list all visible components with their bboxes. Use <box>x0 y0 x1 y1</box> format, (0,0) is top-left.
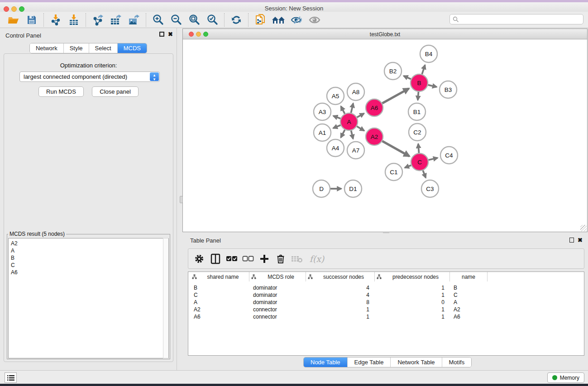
table-settings-button[interactable] <box>192 251 206 267</box>
table-cell[interactable]: A6 <box>454 313 488 320</box>
show-columns-button[interactable] <box>208 251 223 267</box>
graph-edge-C-C3[interactable] <box>423 171 425 178</box>
table-cell[interactable]: A2 <box>194 306 249 313</box>
network-window-titlebar[interactable]: testGlobe.txt <box>183 29 587 39</box>
export-image-button[interactable] <box>125 13 143 27</box>
zoom-selected-button[interactable] <box>203 13 221 27</box>
search-input[interactable] <box>459 16 572 23</box>
table-cell[interactable]: B <box>194 284 249 291</box>
result-scrollbar[interactable] <box>163 238 169 358</box>
graph-edge-A-A7[interactable] <box>351 130 353 138</box>
table-cell[interactable]: 1 <box>375 313 445 320</box>
vertical-splitter-handle[interactable] <box>180 196 183 203</box>
table-cell[interactable]: A <box>194 299 249 306</box>
window-resize-grip[interactable] <box>580 225 587 231</box>
graph-node-C2[interactable]: C2 <box>409 124 426 141</box>
import-table-button[interactable] <box>65 13 83 27</box>
graph-edge-A-A8[interactable] <box>351 103 353 113</box>
table-cell[interactable]: 1 <box>306 306 369 313</box>
table-cell[interactable]: connector <box>253 313 306 320</box>
graph-edge-B-B4[interactable] <box>422 65 425 74</box>
open-file-button[interactable] <box>5 13 23 27</box>
refresh-button[interactable] <box>227 13 245 27</box>
result-list-item[interactable]: A2 <box>11 240 163 247</box>
reset-layout-button[interactable] <box>269 13 287 27</box>
hide-selected-button[interactable] <box>287 13 306 27</box>
function-builder-button[interactable]: f(x) <box>306 251 328 267</box>
tab-style[interactable]: Style <box>64 43 89 53</box>
graph-edge-A-A5[interactable] <box>341 106 345 114</box>
search-field[interactable] <box>449 14 583 24</box>
delete-column-button[interactable] <box>273 251 288 267</box>
table-cell[interactable]: dominator <box>253 291 306 299</box>
column-header-predecessor-nodes[interactable]: predecessor nodes <box>375 272 450 281</box>
close-panel-button[interactable]: Close panel <box>92 86 139 97</box>
graph-node-B1[interactable]: B1 <box>408 103 425 120</box>
graph-node-B2[interactable]: B2 <box>384 62 402 80</box>
graph-edge-A2-C[interactable] <box>382 141 409 157</box>
graph-edge-A-A4[interactable] <box>341 130 345 138</box>
graph-edge-A-A1[interactable] <box>333 125 340 129</box>
graph-node-C[interactable]: C <box>411 153 428 171</box>
run-mcds-button[interactable]: Run MCDS <box>38 86 84 97</box>
add-column-button[interactable] <box>257 251 272 267</box>
graph-edge-C-C4[interactable] <box>428 158 437 160</box>
memory-button[interactable]: Memory <box>547 372 584 383</box>
graph-edge-B-B3[interactable] <box>428 85 436 87</box>
table-cell[interactable]: A <box>454 299 488 306</box>
graph-node-A6[interactable]: A6 <box>366 99 383 116</box>
task-history-button[interactable] <box>5 372 17 383</box>
close-panel-icon[interactable]: ✖ <box>168 32 173 37</box>
table-cell[interactable]: 8 <box>306 299 369 306</box>
graph-edge-C-C1[interactable] <box>405 165 411 167</box>
table-cell[interactable]: A6 <box>194 313 249 320</box>
optimization-criterion-select[interactable]: largest connected component (directed) ▲… <box>19 71 160 82</box>
float-table-panel-icon[interactable] <box>569 238 574 243</box>
table-cell[interactable]: dominator <box>253 299 306 306</box>
tab-mcds[interactable]: MCDS <box>118 43 147 53</box>
graph-node-A4[interactable]: A4 <box>327 139 344 157</box>
export-network-button[interactable] <box>89 13 107 27</box>
table-cell[interactable]: C <box>194 291 249 299</box>
tab-network[interactable]: Network <box>30 43 64 53</box>
network-canvas[interactable]: B4B2BB3A5A8A6A3AB1A1C2A2A4A7CC4C1C3DD1 <box>183 39 587 232</box>
graph-edge-B-B1[interactable] <box>418 92 418 100</box>
graph-node-D[interactable]: D <box>313 180 330 197</box>
table-cell[interactable]: C <box>454 291 488 299</box>
tab-node-table[interactable]: Node Table <box>304 357 348 367</box>
close-table-panel-icon[interactable]: ✖ <box>578 238 583 243</box>
graph-edge-A-A6[interactable] <box>357 114 364 118</box>
table-cell[interactable]: dominator <box>253 284 306 291</box>
graph-edge-B-B2[interactable] <box>404 76 411 79</box>
graph-edge-A-A3[interactable] <box>333 116 340 119</box>
export-table-button[interactable] <box>107 13 125 27</box>
tab-select[interactable]: Select <box>89 43 118 53</box>
table-cell[interactable]: 0 <box>375 299 445 306</box>
column-header-name[interactable]: name <box>450 272 488 281</box>
column-header-shared-name[interactable]: shared name <box>190 272 249 281</box>
graph-edge-A6-B[interactable] <box>382 89 409 104</box>
tab-motifs[interactable]: Motifs <box>442 357 472 367</box>
graph-node-A7[interactable]: A7 <box>347 142 364 159</box>
graph-node-A2[interactable]: A2 <box>366 128 383 145</box>
table-cell[interactable]: A2 <box>454 306 488 313</box>
column-header-successor-nodes[interactable]: successor nodes <box>306 272 375 281</box>
graph-node-A8[interactable]: A8 <box>347 83 364 100</box>
table-cell[interactable]: B <box>454 284 488 291</box>
graph-edge-A-A2[interactable] <box>357 126 364 131</box>
save-session-button[interactable] <box>23 13 41 27</box>
table-cell[interactable]: 1 <box>375 284 445 291</box>
float-panel-icon[interactable] <box>159 32 164 37</box>
import-network-button[interactable] <box>47 13 65 27</box>
graph-node-A5[interactable]: A5 <box>327 87 344 105</box>
graph-node-C3[interactable]: C3 <box>421 180 439 197</box>
clone-network-button[interactable] <box>251 13 269 27</box>
graph-node-D1[interactable]: D1 <box>344 180 362 197</box>
graph-node-A3[interactable]: A3 <box>314 103 331 120</box>
zoom-out-button[interactable] <box>167 13 185 27</box>
graph-node-C4[interactable]: C4 <box>440 147 458 164</box>
result-list-item[interactable]: C <box>11 262 163 269</box>
graph-node-A1[interactable]: A1 <box>314 124 331 141</box>
tab-edge-table[interactable]: Edge Table <box>348 357 391 367</box>
mcds-result-list[interactable]: A2ABCA6 <box>8 238 164 358</box>
